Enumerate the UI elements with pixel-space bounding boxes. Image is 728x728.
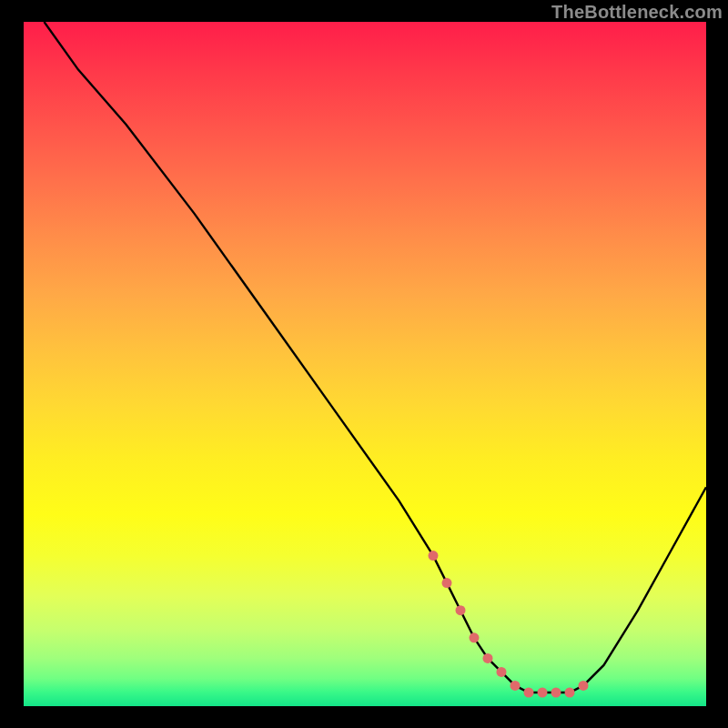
- marker-dot: [470, 632, 480, 642]
- marker-dot: [524, 688, 534, 698]
- marker-dot: [456, 605, 466, 615]
- chart-container: TheBottleneck.com: [0, 0, 728, 728]
- watermark-text: TheBottleneck.com: [551, 2, 723, 23]
- marker-dot: [497, 667, 507, 677]
- marker-dot: [538, 688, 548, 698]
- marker-dot: [442, 578, 452, 588]
- curve-svg: [24, 22, 706, 706]
- marker-dot: [579, 681, 589, 691]
- marker-dot: [483, 653, 493, 663]
- plot-area: [24, 22, 706, 706]
- marker-dot: [429, 551, 439, 561]
- optimal-range-markers: [429, 551, 589, 697]
- bottleneck-curve: [45, 22, 707, 693]
- marker-dot: [551, 688, 561, 698]
- marker-dot: [511, 681, 521, 691]
- marker-dot: [565, 688, 575, 698]
